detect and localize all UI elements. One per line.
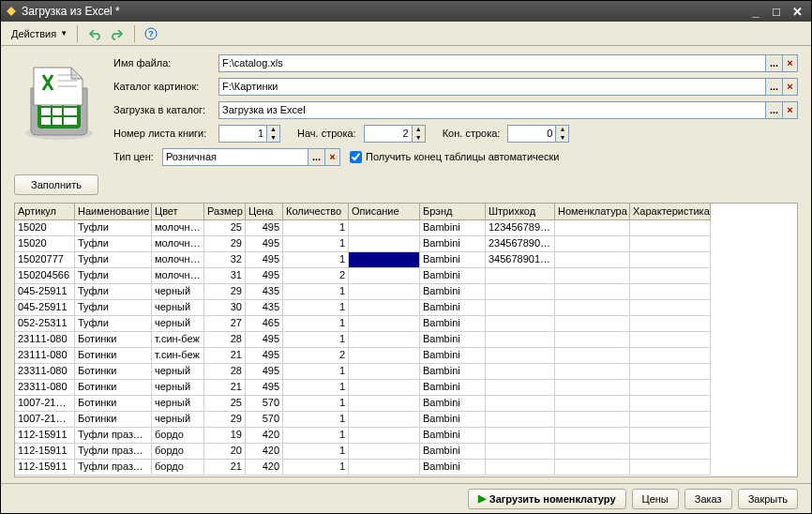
grid-cell[interactable]: 1 [283, 428, 349, 444]
grid-cell[interactable]: черный [152, 364, 204, 380]
actions-menu[interactable]: Действия▼ [7, 24, 72, 43]
grid-cell[interactable]: черный [152, 300, 204, 316]
grid-cell[interactable]: 112-15911 [15, 444, 75, 460]
grid-cell[interactable] [555, 316, 630, 332]
grid-cell[interactable]: Туфли [75, 300, 152, 316]
grid-cell[interactable]: 495 [246, 220, 283, 236]
file-clear-button[interactable]: × [783, 54, 798, 72]
grid-cell[interactable]: 570 [246, 412, 283, 428]
grid-cell[interactable] [630, 300, 711, 316]
grid-cell[interactable]: Bambini [420, 444, 486, 460]
grid-cell[interactable]: 23111-080 [15, 332, 75, 348]
grid-cell[interactable]: 495 [246, 364, 283, 380]
grid-cell[interactable]: Ботинки [75, 348, 152, 364]
column-header[interactable]: Цена [246, 204, 283, 220]
grid-cell[interactable] [555, 236, 630, 252]
grid-cell[interactable]: 1 [283, 236, 349, 252]
grid-cell[interactable]: 045-25911 [15, 300, 75, 316]
grid-cell[interactable]: 420 [246, 428, 283, 444]
file-browse-button[interactable]: ... [766, 54, 783, 72]
grid-cell[interactable]: 150204566 [15, 268, 75, 284]
grid-cell[interactable]: 495 [246, 348, 283, 364]
autoend-checkbox[interactable] [350, 151, 362, 163]
grid-cell[interactable]: 21 [204, 348, 246, 364]
grid-cell[interactable] [555, 252, 630, 268]
grid-cell[interactable]: 20 [204, 444, 246, 460]
grid-cell[interactable] [555, 284, 630, 300]
grid-cell[interactable]: Bambini [420, 300, 486, 316]
grid-cell[interactable]: 1 [283, 380, 349, 396]
grid-cell[interactable]: Туфли [75, 220, 152, 236]
grid-cell[interactable] [349, 268, 420, 284]
grid-cell[interactable] [630, 268, 711, 284]
grid-cell[interactable]: 32 [204, 252, 246, 268]
grid-cell[interactable] [555, 380, 630, 396]
grid-cell[interactable] [486, 300, 555, 316]
grid-cell[interactable]: 1 [283, 412, 349, 428]
grid-cell[interactable] [349, 412, 420, 428]
column-header[interactable]: Штрихкод [486, 204, 555, 220]
grid-cell[interactable]: Ботинки [75, 396, 152, 412]
grid-cell[interactable] [555, 268, 630, 284]
file-input[interactable] [218, 54, 766, 72]
grid-cell[interactable]: черный [152, 412, 204, 428]
column-header[interactable]: Номенклатура [555, 204, 630, 220]
grid-cell[interactable]: бордо [152, 460, 204, 476]
grid-cell[interactable]: 465 [246, 316, 283, 332]
grid-cell[interactable] [486, 412, 555, 428]
grid-cell[interactable] [486, 332, 555, 348]
grid-cell[interactable]: Bambini [420, 380, 486, 396]
grid-cell[interactable] [630, 220, 711, 236]
grid-cell[interactable]: 19 [204, 428, 246, 444]
grid-cell[interactable] [349, 460, 420, 476]
grid-cell[interactable] [630, 364, 711, 380]
grid-cell[interactable]: 495 [246, 332, 283, 348]
grid-cell[interactable]: Туфли [75, 236, 152, 252]
grid-cell[interactable] [555, 460, 630, 476]
grid-cell[interactable]: 495 [246, 236, 283, 252]
grid-cell[interactable]: Bambini [420, 348, 486, 364]
grid-cell[interactable]: 1 [283, 364, 349, 380]
grid-cell[interactable] [555, 300, 630, 316]
sheet-spinner[interactable]: ▲▼ [267, 125, 280, 143]
grid-cell[interactable]: 495 [246, 380, 283, 396]
sheet-input[interactable] [218, 125, 267, 143]
grid-cell[interactable]: 1 [283, 332, 349, 348]
grid-cell[interactable] [630, 348, 711, 364]
grid-cell[interactable]: Туфли празднич... [75, 428, 152, 444]
pics-clear-button[interactable]: × [783, 78, 798, 96]
grid-cell[interactable]: Bambini [420, 316, 486, 332]
grid-cell[interactable]: 28 [204, 332, 246, 348]
column-header[interactable]: Брэнд [420, 204, 486, 220]
grid-cell[interactable]: 495 [246, 252, 283, 268]
grid-cell[interactable]: Bambini [420, 284, 486, 300]
pics-input[interactable] [218, 78, 766, 96]
grid-cell[interactable]: 1234567890... [486, 220, 555, 236]
grid-cell[interactable] [486, 364, 555, 380]
grid-cell[interactable] [349, 316, 420, 332]
grid-cell[interactable]: 112-15911 [15, 460, 75, 476]
grid-cell[interactable]: 435 [246, 300, 283, 316]
order-button[interactable]: Заказ [684, 489, 732, 509]
grid-cell[interactable] [555, 364, 630, 380]
grid-cell[interactable] [630, 316, 711, 332]
grid-cell[interactable]: Туфли [75, 268, 152, 284]
grid-cell[interactable] [349, 284, 420, 300]
grid-cell[interactable]: Bambini [420, 396, 486, 412]
grid-cell[interactable]: 1 [283, 220, 349, 236]
grid-cell[interactable]: 1 [283, 460, 349, 476]
grid-cell[interactable]: 25 [204, 220, 246, 236]
grid-cell[interactable]: 1007-21141 [15, 396, 75, 412]
endrow-input[interactable] [507, 125, 556, 143]
grid-cell[interactable]: Bambini [420, 428, 486, 444]
grid-cell[interactable] [349, 300, 420, 316]
grid-cell[interactable]: 420 [246, 460, 283, 476]
grid-cell[interactable]: 15020 [15, 220, 75, 236]
grid-cell[interactable] [349, 444, 420, 460]
grid-cell[interactable]: 2345678901... [486, 236, 555, 252]
grid-cell[interactable]: бордо [152, 428, 204, 444]
column-header[interactable]: Количество [283, 204, 349, 220]
undo-button[interactable] [83, 24, 105, 43]
grid-body[interactable]: 15020Туфлимолочный254951Bambini123456789… [15, 220, 797, 476]
grid-cell[interactable]: 29 [204, 412, 246, 428]
